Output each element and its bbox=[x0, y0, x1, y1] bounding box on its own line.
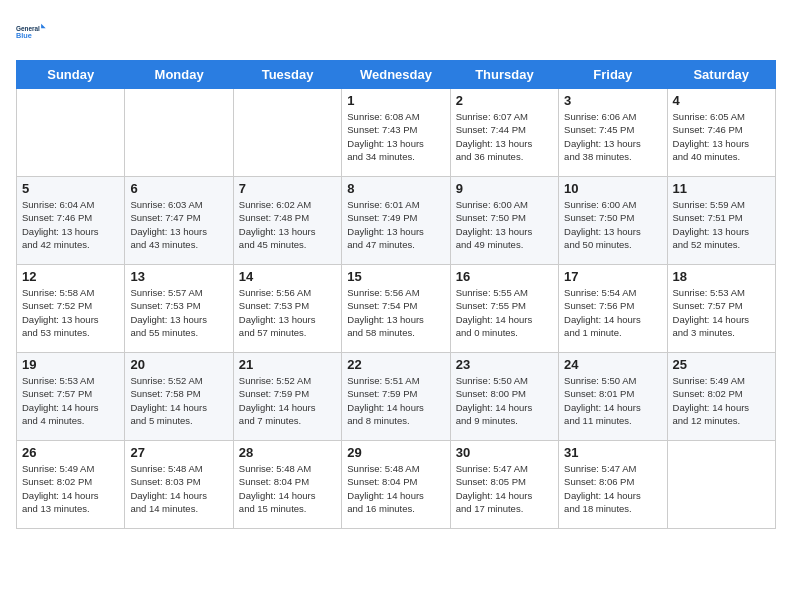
day-number: 9 bbox=[456, 181, 553, 196]
calendar-cell: 1Sunrise: 6:08 AM Sunset: 7:43 PM Daylig… bbox=[342, 89, 450, 177]
calendar-cell: 3Sunrise: 6:06 AM Sunset: 7:45 PM Daylig… bbox=[559, 89, 667, 177]
weekday-header-row: SundayMondayTuesdayWednesdayThursdayFrid… bbox=[17, 61, 776, 89]
day-number: 7 bbox=[239, 181, 336, 196]
weekday-thursday: Thursday bbox=[450, 61, 558, 89]
day-info: Sunrise: 6:04 AM Sunset: 7:46 PM Dayligh… bbox=[22, 198, 119, 251]
day-info: Sunrise: 5:52 AM Sunset: 7:59 PM Dayligh… bbox=[239, 374, 336, 427]
day-info: Sunrise: 6:01 AM Sunset: 7:49 PM Dayligh… bbox=[347, 198, 444, 251]
day-info: Sunrise: 6:07 AM Sunset: 7:44 PM Dayligh… bbox=[456, 110, 553, 163]
day-number: 13 bbox=[130, 269, 227, 284]
day-number: 27 bbox=[130, 445, 227, 460]
week-row-2: 5Sunrise: 6:04 AM Sunset: 7:46 PM Daylig… bbox=[17, 177, 776, 265]
calendar-cell: 5Sunrise: 6:04 AM Sunset: 7:46 PM Daylig… bbox=[17, 177, 125, 265]
calendar-cell: 4Sunrise: 6:05 AM Sunset: 7:46 PM Daylig… bbox=[667, 89, 775, 177]
calendar-cell: 18Sunrise: 5:53 AM Sunset: 7:57 PM Dayli… bbox=[667, 265, 775, 353]
calendar-cell: 17Sunrise: 5:54 AM Sunset: 7:56 PM Dayli… bbox=[559, 265, 667, 353]
day-number: 29 bbox=[347, 445, 444, 460]
week-row-4: 19Sunrise: 5:53 AM Sunset: 7:57 PM Dayli… bbox=[17, 353, 776, 441]
day-number: 1 bbox=[347, 93, 444, 108]
day-info: Sunrise: 6:05 AM Sunset: 7:46 PM Dayligh… bbox=[673, 110, 770, 163]
calendar-table: SundayMondayTuesdayWednesdayThursdayFrid… bbox=[16, 60, 776, 529]
calendar-cell: 23Sunrise: 5:50 AM Sunset: 8:00 PM Dayli… bbox=[450, 353, 558, 441]
day-number: 18 bbox=[673, 269, 770, 284]
day-number: 24 bbox=[564, 357, 661, 372]
day-number: 10 bbox=[564, 181, 661, 196]
calendar-cell bbox=[17, 89, 125, 177]
calendar-cell bbox=[233, 89, 341, 177]
day-info: Sunrise: 5:54 AM Sunset: 7:56 PM Dayligh… bbox=[564, 286, 661, 339]
calendar-cell: 25Sunrise: 5:49 AM Sunset: 8:02 PM Dayli… bbox=[667, 353, 775, 441]
day-info: Sunrise: 5:56 AM Sunset: 7:54 PM Dayligh… bbox=[347, 286, 444, 339]
calendar-cell: 30Sunrise: 5:47 AM Sunset: 8:05 PM Dayli… bbox=[450, 441, 558, 529]
day-info: Sunrise: 5:55 AM Sunset: 7:55 PM Dayligh… bbox=[456, 286, 553, 339]
day-info: Sunrise: 5:57 AM Sunset: 7:53 PM Dayligh… bbox=[130, 286, 227, 339]
calendar-cell: 10Sunrise: 6:00 AM Sunset: 7:50 PM Dayli… bbox=[559, 177, 667, 265]
day-info: Sunrise: 5:50 AM Sunset: 8:00 PM Dayligh… bbox=[456, 374, 553, 427]
calendar-cell: 15Sunrise: 5:56 AM Sunset: 7:54 PM Dayli… bbox=[342, 265, 450, 353]
day-info: Sunrise: 5:48 AM Sunset: 8:04 PM Dayligh… bbox=[347, 462, 444, 515]
week-row-3: 12Sunrise: 5:58 AM Sunset: 7:52 PM Dayli… bbox=[17, 265, 776, 353]
day-info: Sunrise: 5:47 AM Sunset: 8:05 PM Dayligh… bbox=[456, 462, 553, 515]
day-info: Sunrise: 5:49 AM Sunset: 8:02 PM Dayligh… bbox=[22, 462, 119, 515]
calendar-cell: 19Sunrise: 5:53 AM Sunset: 7:57 PM Dayli… bbox=[17, 353, 125, 441]
calendar-cell: 8Sunrise: 6:01 AM Sunset: 7:49 PM Daylig… bbox=[342, 177, 450, 265]
day-number: 20 bbox=[130, 357, 227, 372]
svg-text:Blue: Blue bbox=[16, 31, 32, 40]
day-number: 16 bbox=[456, 269, 553, 284]
logo-icon: General Blue bbox=[16, 16, 48, 48]
calendar-cell: 9Sunrise: 6:00 AM Sunset: 7:50 PM Daylig… bbox=[450, 177, 558, 265]
week-row-5: 26Sunrise: 5:49 AM Sunset: 8:02 PM Dayli… bbox=[17, 441, 776, 529]
calendar-cell: 20Sunrise: 5:52 AM Sunset: 7:58 PM Dayli… bbox=[125, 353, 233, 441]
calendar-cell: 31Sunrise: 5:47 AM Sunset: 8:06 PM Dayli… bbox=[559, 441, 667, 529]
calendar-cell bbox=[125, 89, 233, 177]
day-number: 17 bbox=[564, 269, 661, 284]
day-number: 11 bbox=[673, 181, 770, 196]
day-info: Sunrise: 5:58 AM Sunset: 7:52 PM Dayligh… bbox=[22, 286, 119, 339]
calendar-cell: 16Sunrise: 5:55 AM Sunset: 7:55 PM Dayli… bbox=[450, 265, 558, 353]
page-header: General Blue bbox=[16, 16, 776, 48]
day-info: Sunrise: 5:53 AM Sunset: 7:57 PM Dayligh… bbox=[673, 286, 770, 339]
day-number: 28 bbox=[239, 445, 336, 460]
weekday-wednesday: Wednesday bbox=[342, 61, 450, 89]
calendar-cell: 21Sunrise: 5:52 AM Sunset: 7:59 PM Dayli… bbox=[233, 353, 341, 441]
weekday-monday: Monday bbox=[125, 61, 233, 89]
calendar-cell: 12Sunrise: 5:58 AM Sunset: 7:52 PM Dayli… bbox=[17, 265, 125, 353]
calendar-cell: 28Sunrise: 5:48 AM Sunset: 8:04 PM Dayli… bbox=[233, 441, 341, 529]
day-info: Sunrise: 5:52 AM Sunset: 7:58 PM Dayligh… bbox=[130, 374, 227, 427]
calendar-cell: 22Sunrise: 5:51 AM Sunset: 7:59 PM Dayli… bbox=[342, 353, 450, 441]
calendar-cell: 2Sunrise: 6:07 AM Sunset: 7:44 PM Daylig… bbox=[450, 89, 558, 177]
day-info: Sunrise: 5:48 AM Sunset: 8:03 PM Dayligh… bbox=[130, 462, 227, 515]
day-number: 19 bbox=[22, 357, 119, 372]
day-number: 15 bbox=[347, 269, 444, 284]
calendar-cell: 27Sunrise: 5:48 AM Sunset: 8:03 PM Dayli… bbox=[125, 441, 233, 529]
day-info: Sunrise: 5:51 AM Sunset: 7:59 PM Dayligh… bbox=[347, 374, 444, 427]
calendar-cell: 11Sunrise: 5:59 AM Sunset: 7:51 PM Dayli… bbox=[667, 177, 775, 265]
day-number: 22 bbox=[347, 357, 444, 372]
day-number: 12 bbox=[22, 269, 119, 284]
day-info: Sunrise: 6:06 AM Sunset: 7:45 PM Dayligh… bbox=[564, 110, 661, 163]
day-info: Sunrise: 6:00 AM Sunset: 7:50 PM Dayligh… bbox=[564, 198, 661, 251]
day-number: 21 bbox=[239, 357, 336, 372]
logo: General Blue bbox=[16, 16, 48, 48]
day-info: Sunrise: 5:59 AM Sunset: 7:51 PM Dayligh… bbox=[673, 198, 770, 251]
day-number: 3 bbox=[564, 93, 661, 108]
day-number: 26 bbox=[22, 445, 119, 460]
day-number: 30 bbox=[456, 445, 553, 460]
day-number: 4 bbox=[673, 93, 770, 108]
weekday-saturday: Saturday bbox=[667, 61, 775, 89]
day-info: Sunrise: 5:53 AM Sunset: 7:57 PM Dayligh… bbox=[22, 374, 119, 427]
day-number: 25 bbox=[673, 357, 770, 372]
calendar-cell: 13Sunrise: 5:57 AM Sunset: 7:53 PM Dayli… bbox=[125, 265, 233, 353]
calendar-cell bbox=[667, 441, 775, 529]
day-number: 23 bbox=[456, 357, 553, 372]
week-row-1: 1Sunrise: 6:08 AM Sunset: 7:43 PM Daylig… bbox=[17, 89, 776, 177]
weekday-sunday: Sunday bbox=[17, 61, 125, 89]
day-info: Sunrise: 6:02 AM Sunset: 7:48 PM Dayligh… bbox=[239, 198, 336, 251]
day-info: Sunrise: 6:03 AM Sunset: 7:47 PM Dayligh… bbox=[130, 198, 227, 251]
day-info: Sunrise: 5:48 AM Sunset: 8:04 PM Dayligh… bbox=[239, 462, 336, 515]
day-number: 5 bbox=[22, 181, 119, 196]
svg-text:General: General bbox=[16, 25, 40, 32]
calendar-cell: 7Sunrise: 6:02 AM Sunset: 7:48 PM Daylig… bbox=[233, 177, 341, 265]
day-number: 6 bbox=[130, 181, 227, 196]
day-info: Sunrise: 6:08 AM Sunset: 7:43 PM Dayligh… bbox=[347, 110, 444, 163]
